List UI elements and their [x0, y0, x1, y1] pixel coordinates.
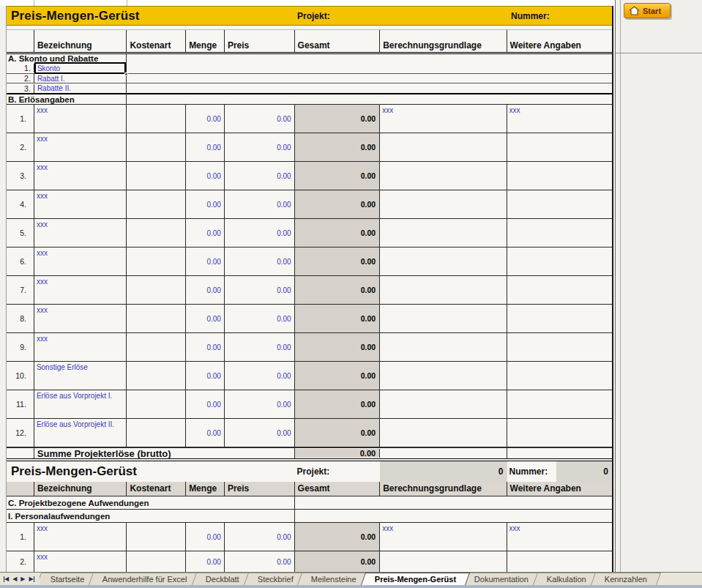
preis-cell[interactable]: 0.00 — [225, 133, 295, 161]
col-header-gesamt[interactable]: Gesamt — [295, 30, 381, 52]
preis-cell[interactable]: 0.00 — [225, 551, 295, 572]
kostenart-cell[interactable] — [127, 362, 186, 390]
menge-cell[interactable]: 0.00 — [186, 133, 225, 161]
start-button[interactable]: Start — [624, 3, 671, 18]
kostenart-cell[interactable] — [127, 248, 186, 275]
row-number-cell[interactable]: 2. — [7, 74, 34, 83]
berechnungsgrundlage-cell[interactable] — [380, 305, 507, 332]
bezeichnung-cell[interactable]: Rabatte II. — [34, 83, 127, 93]
menge-cell[interactable]: 0.00 — [186, 190, 225, 218]
kostenart-cell[interactable] — [127, 523, 186, 551]
preis-cell[interactable]: 0.00 — [225, 162, 295, 190]
kostenart-cell[interactable] — [127, 276, 186, 304]
sheet-tab-anwenderhilfe-für-excel[interactable]: Anwenderhilfe für Excel — [89, 573, 201, 585]
weitere-angaben-cell[interactable] — [507, 276, 612, 304]
col-header-weitere-angaben[interactable]: Weitere Angaben — [507, 482, 612, 496]
gesamt-cell[interactable]: 0.00 — [295, 551, 381, 572]
sheet-tab-kennzahlen[interactable]: Kennzahlen — [591, 573, 661, 585]
gesamt-cell[interactable]: 0.00 — [295, 105, 381, 133]
kostenart-cell[interactable] — [127, 219, 186, 247]
bezeichnung-cell[interactable]: xxx — [34, 133, 127, 161]
preis-cell[interactable]: 0.00 — [225, 419, 295, 447]
col-header-menge[interactable]: Menge — [186, 482, 225, 496]
weitere-angaben-cell[interactable] — [507, 219, 612, 247]
berechnungsgrundlage-cell[interactable]: xxx — [380, 523, 507, 551]
berechnungsgrundlage-cell[interactable] — [380, 190, 507, 218]
row-number-cell[interactable]: 1. — [7, 105, 34, 133]
col-header-bezeichnung[interactable]: Bezeichnung — [34, 30, 127, 52]
weitere-angaben-cell[interactable]: xxx — [507, 105, 612, 133]
kostenart-cell[interactable] — [127, 162, 186, 190]
next-sheet-button[interactable]: ▶ — [19, 575, 26, 583]
bezeichnung-cell[interactable]: xxx — [34, 305, 127, 332]
summe-gesamt-cell[interactable]: 0.00 — [295, 449, 381, 458]
menge-cell[interactable]: 0.00 — [186, 333, 225, 361]
preis-cell[interactable]: 0.00 — [225, 190, 295, 218]
empty-cell[interactable] — [507, 448, 612, 458]
kostenart-cell[interactable] — [127, 105, 186, 133]
fill-handle[interactable] — [124, 72, 128, 76]
col-header-rownum[interactable] — [7, 482, 34, 496]
kostenart-cell[interactable] — [127, 390, 186, 418]
preis-cell[interactable]: 0.00 — [225, 362, 295, 390]
col-header-bezeichnung[interactable]: Bezeichnung — [34, 482, 127, 496]
bezeichnung-cell[interactable]: xxx — [34, 333, 127, 361]
bezeichnung-cell[interactable]: xxx — [34, 276, 127, 304]
berechnungsgrundlage-cell[interactable]: xxx — [380, 105, 507, 133]
projekt-value-cell-2[interactable]: 0 — [380, 461, 507, 482]
menge-cell[interactable]: 0.00 — [186, 523, 225, 551]
weitere-angaben-cell[interactable] — [507, 248, 612, 275]
berechnungsgrundlage-cell[interactable] — [380, 551, 507, 572]
sheet-tab-meilensteine[interactable]: Meilensteine — [297, 573, 370, 585]
menge-cell[interactable]: 0.00 — [186, 276, 225, 304]
berechnungsgrundlage-cell[interactable] — [380, 419, 507, 447]
row-number-cell[interactable]: 6. — [7, 248, 34, 275]
menge-cell[interactable]: 0.00 — [186, 419, 225, 447]
col-header-preis[interactable]: Preis — [225, 30, 295, 52]
preis-cell[interactable]: 0.00 — [225, 390, 295, 418]
gesamt-cell[interactable]: 0.00 — [295, 362, 381, 390]
gesamt-cell[interactable]: 0.00 — [295, 276, 381, 304]
col-header-weitere-angaben[interactable]: Weitere Angaben — [507, 30, 612, 52]
row-number-cell[interactable]: 9. — [7, 333, 34, 361]
menge-cell[interactable]: 0.00 — [186, 305, 225, 332]
kostenart-cell[interactable] — [127, 419, 186, 447]
berechnungsgrundlage-cell[interactable] — [380, 390, 507, 418]
weitere-angaben-cell[interactable] — [507, 390, 612, 418]
berechnungsgrundlage-cell[interactable] — [380, 248, 507, 275]
bezeichnung-cell[interactable]: xxx — [34, 219, 127, 247]
preis-cell[interactable]: 0.00 — [225, 248, 295, 275]
weitere-angaben-cell[interactable] — [507, 333, 612, 361]
weitere-angaben-cell[interactable] — [507, 362, 612, 390]
row-number-cell[interactable]: 2. — [7, 551, 34, 572]
preis-cell[interactable]: 0.00 — [225, 276, 295, 304]
previous-sheet-button[interactable]: ◀ — [11, 575, 18, 583]
row-number-cell[interactable]: 12. — [7, 419, 34, 447]
weitere-angaben-cell[interactable]: xxx — [507, 523, 612, 551]
berechnungsgrundlage-cell[interactable] — [380, 276, 507, 304]
summe-label[interactable]: Summe Projekterlöse (brutto) — [34, 448, 295, 458]
weitere-angaben-cell[interactable] — [507, 419, 612, 447]
gesamt-cell[interactable]: 0.00 — [295, 248, 381, 275]
col-header-berechnungsgrundlage[interactable]: Berechnungsgrundlage — [380, 30, 507, 52]
bezeichnung-cell[interactable]: xxx — [34, 248, 127, 275]
menge-cell[interactable]: 0.00 — [186, 362, 225, 390]
preis-cell[interactable]: 0.00 — [225, 219, 295, 247]
menge-cell[interactable]: 0.00 — [186, 551, 225, 572]
bezeichnung-cell[interactable]: Sonstige Erlöse — [34, 362, 127, 390]
gesamt-cell[interactable]: 0.00 — [295, 305, 381, 332]
gesamt-cell[interactable]: 0.00 — [295, 419, 381, 447]
col-header-preis[interactable]: Preis — [225, 482, 295, 496]
col-header-gesamt[interactable]: Gesamt — [295, 482, 381, 496]
row-number-cell[interactable]: 1. — [7, 523, 34, 551]
sheet-tab-preis-mengen-gerüst[interactable]: Preis-Mengen-Gerüst — [361, 573, 470, 585]
bezeichnung-cell[interactable]: xxx — [34, 190, 127, 218]
row-number-cell[interactable]: 3. — [7, 84, 34, 93]
weitere-angaben-cell[interactable] — [507, 305, 612, 332]
bezeichnung-cell[interactable]: xxx — [34, 162, 127, 190]
gesamt-cell[interactable]: 0.00 — [295, 333, 381, 361]
col-header-berechnungsgrundlage[interactable]: Berechnungsgrundlage — [380, 482, 507, 496]
berechnungsgrundlage-cell[interactable] — [380, 219, 507, 247]
first-sheet-button[interactable]: ◀ — [2, 575, 10, 583]
row-number-cell[interactable]: 5. — [7, 219, 34, 247]
